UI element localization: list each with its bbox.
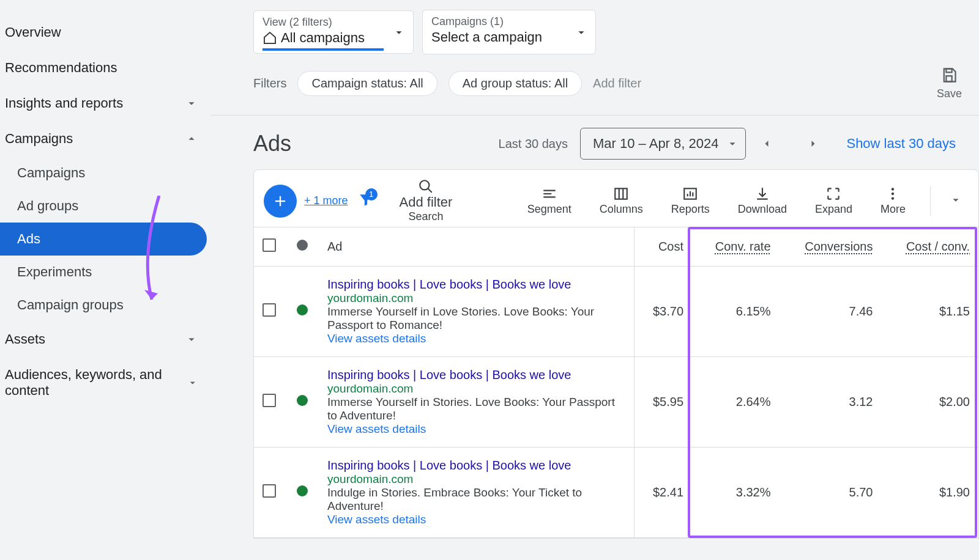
col-cost[interactable]: Cost <box>635 227 692 267</box>
toolbar-segment[interactable]: Segment <box>527 186 571 216</box>
view-selector-indicator <box>262 48 384 51</box>
prev-range-button[interactable] <box>758 135 775 152</box>
sidebar-item-assets[interactable]: Assets <box>0 322 210 357</box>
ad-headline[interactable]: Inspiring books | Love books | Books we … <box>327 368 625 382</box>
page-title: Ads <box>253 131 291 157</box>
toolbar-columns[interactable]: Columns <box>600 186 643 216</box>
ad-description: Immerse Yourself in Stories. Love Books:… <box>327 396 625 422</box>
toolbar-collapse[interactable] <box>943 193 969 209</box>
ad-headline[interactable]: Inspiring books | Love books | Books we … <box>327 278 625 292</box>
ad-url: yourdomain.com <box>327 473 625 486</box>
chevron-down-icon <box>185 97 198 110</box>
svg-rect-0 <box>947 69 952 73</box>
date-range-value: Mar 10 – Apr 8, 2024 <box>593 136 718 151</box>
sidebar-assets-label: Assets <box>5 331 45 347</box>
main-content: View (2 filters) All campaigns Campaigns… <box>210 0 979 560</box>
sidebar-sub-campaigns[interactable]: Campaigns <box>0 157 210 190</box>
add-filter-link[interactable]: Add filter <box>593 76 641 90</box>
top-selectors-row: View (2 filters) All campaigns Campaigns… <box>210 0 979 61</box>
table-row: Inspiring books | Love books | Books we … <box>254 357 978 448</box>
svg-point-7 <box>892 197 894 199</box>
sidebar-campaigns-label: Campaigns <box>5 131 73 147</box>
show-last-30-link[interactable]: Show last 30 days <box>846 136 956 152</box>
filter-chip-campaign-status[interactable]: Campaign status: All <box>297 71 437 96</box>
filter-chip-adgroup-status[interactable]: Ad group status: All <box>449 71 582 96</box>
chevron-down-icon <box>949 193 962 207</box>
save-label: Save <box>937 87 962 100</box>
status-dot-enabled[interactable] <box>297 485 308 496</box>
status-dot-enabled[interactable] <box>297 304 308 315</box>
col-conversions[interactable]: Conversions <box>780 227 882 267</box>
view-assets-link[interactable]: View assets details <box>327 422 625 436</box>
view-assets-link[interactable]: View assets details <box>327 513 625 526</box>
sidebar-recommendations-label: Recommendations <box>5 60 117 76</box>
sidebar-item-recommendations[interactable]: Recommendations <box>0 50 210 86</box>
filters-row: Filters Campaign status: All Ad group st… <box>210 61 979 116</box>
toolbar-reports[interactable]: Reports <box>671 186 710 216</box>
ad-headline[interactable]: Inspiring books | Love books | Books we … <box>327 459 625 473</box>
col-cost-conv[interactable]: Cost / conv. <box>881 227 978 267</box>
sidebar-item-insights[interactable]: Insights and reports <box>0 86 210 121</box>
sidebar-sub-experiments[interactable]: Experiments <box>0 256 210 289</box>
ad-url: yourdomain.com <box>327 382 625 396</box>
ads-table: Ad Cost Conv. rate Conversions Cost / co… <box>254 227 978 538</box>
campaign-selector-label: Campaigns (1) <box>431 15 566 28</box>
sidebar-sub-campaign-groups[interactable]: Campaign groups <box>0 289 210 322</box>
chevron-down-icon <box>726 137 739 150</box>
row-checkbox[interactable] <box>262 394 276 407</box>
cell-conversions: 5.70 <box>780 448 882 538</box>
save-button[interactable]: Save <box>937 67 962 100</box>
save-icon <box>940 67 958 84</box>
sidebar: Overview Recommendations Insights and re… <box>0 0 210 560</box>
chevron-right-icon <box>807 138 819 150</box>
view-selector-label: View (2 filters) <box>262 16 384 29</box>
columns-label: Columns <box>600 203 643 216</box>
row-checkbox[interactable] <box>262 484 276 498</box>
table-container: + 1 more 1 Add filter Search Segment <box>253 169 979 539</box>
next-range-button[interactable] <box>805 135 822 152</box>
svg-point-6 <box>892 193 894 195</box>
sidebar-overview-label: Overview <box>5 24 61 40</box>
more-label: More <box>880 203 906 216</box>
download-label: Download <box>738 203 787 216</box>
col-conv-rate[interactable]: Conv. rate <box>692 227 779 267</box>
sidebar-item-overview[interactable]: Overview <box>0 15 210 50</box>
svg-rect-3 <box>616 188 628 199</box>
toolbar-filter-funnel[interactable]: 1 <box>358 192 374 210</box>
toolbar-expand[interactable]: Expand <box>815 186 852 216</box>
more-icon <box>885 186 901 202</box>
sidebar-sub-ads[interactable]: Ads <box>0 223 207 256</box>
campaign-selector-value: Select a campaign <box>431 29 566 45</box>
sidebar-item-campaigns[interactable]: Campaigns <box>0 121 210 157</box>
cell-cost: $2.41 <box>635 448 692 538</box>
plus-more-link[interactable]: + 1 more <box>304 194 348 207</box>
status-dot-enabled[interactable] <box>297 395 308 406</box>
chevron-down-icon <box>392 26 406 39</box>
sidebar-item-audiences[interactable]: Audiences, keywords, and content <box>0 357 210 408</box>
ad-url: yourdomain.com <box>327 292 625 305</box>
sidebar-sub-adgroups[interactable]: Ad groups <box>0 190 210 223</box>
filters-label: Filters <box>253 76 286 90</box>
segment-icon <box>542 186 557 202</box>
view-selector[interactable]: View (2 filters) All campaigns <box>253 10 414 54</box>
add-ad-button[interactable] <box>264 185 297 218</box>
chevron-down-icon <box>185 333 198 346</box>
search-icon <box>418 179 434 194</box>
toolbar-download[interactable]: Download <box>738 186 787 216</box>
view-assets-link[interactable]: View assets details <box>327 332 625 345</box>
cell-conv-rate: 2.64% <box>692 357 779 448</box>
reports-label: Reports <box>671 203 710 216</box>
campaign-selector[interactable]: Campaigns (1) Select a campaign <box>422 10 596 54</box>
date-range-selector[interactable]: Mar 10 – Apr 8, 2024 <box>580 128 746 160</box>
svg-point-5 <box>892 188 894 190</box>
col-ad[interactable]: Ad <box>319 227 635 267</box>
select-all-checkbox[interactable] <box>262 238 276 252</box>
expand-label: Expand <box>815 203 852 216</box>
toolbar-more[interactable]: More <box>880 186 906 216</box>
toolbar-search[interactable]: Add filter Search <box>400 179 453 223</box>
table-toolbar: + 1 more 1 Add filter Search Segment <box>254 170 978 227</box>
search-label: Search <box>408 210 443 223</box>
svg-point-2 <box>420 180 429 190</box>
expand-icon <box>825 186 841 202</box>
row-checkbox[interactable] <box>262 303 276 317</box>
